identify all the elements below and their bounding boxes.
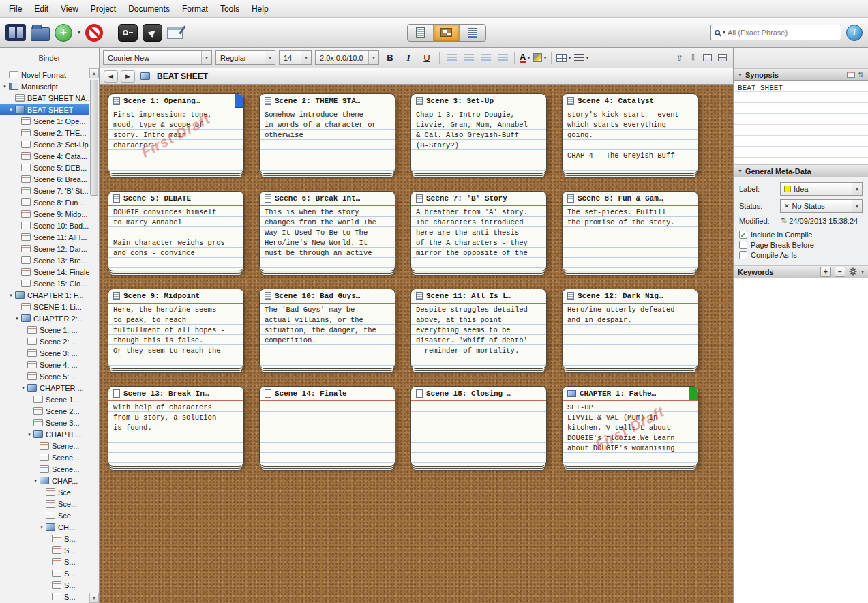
binder-item[interactable]: Scene 15: Clo...: [0, 278, 89, 289]
index-card[interactable]: Scene 5: DEBATEDOUGIE convinces himself …: [108, 191, 244, 271]
expand-arrow-icon[interactable]: ▾: [32, 478, 39, 484]
compose-mode-button[interactable]: [118, 24, 138, 42]
binder-item[interactable]: Scene 4: Cata...: [0, 150, 89, 162]
synopsis-section-header[interactable]: ▼ Synopsis ⇅: [734, 68, 868, 81]
binder-item[interactable]: Scene 2...: [0, 405, 89, 417]
add-item-button[interactable]: +: [55, 24, 72, 42]
line-spacing-select[interactable]: 2.0x 0.0/10.0▾: [315, 50, 379, 65]
name-generator-button[interactable]: [167, 27, 183, 39]
view-mode-corkboard-button[interactable]: [434, 25, 460, 41]
view-mode-outliner-button[interactable]: [460, 25, 485, 41]
collapse-arrow-icon[interactable]: ▼: [738, 72, 743, 77]
dropdown-arrow-icon[interactable]: ▾: [368, 51, 378, 64]
binder-item[interactable]: Scene 5: DEB...: [0, 162, 89, 173]
binder-item[interactable]: Sce...: [0, 498, 89, 510]
menu-item-view[interactable]: View: [55, 0, 85, 17]
expand-arrow-icon[interactable]: ▾: [1, 84, 8, 89]
dropdown-arrow-icon[interactable]: ▾: [586, 55, 588, 61]
index-card[interactable]: Scene 3: Set-UpChap 1-3. Intro Dougie, L…: [410, 93, 547, 174]
index-card[interactable]: Scene 6: Break Int…This is when the stor…: [259, 191, 395, 271]
underline-button[interactable]: U: [419, 51, 434, 65]
binder-item[interactable]: Scene 3: ...: [0, 347, 89, 359]
font-family-select[interactable]: Courier New▾: [103, 50, 212, 65]
menu-item-file[interactable]: File: [3, 0, 28, 17]
binder-item[interactable]: S...: [0, 568, 89, 579]
binder-item[interactable]: Scene...: [0, 452, 89, 463]
checkbox-row[interactable]: ✔Include in Compile: [739, 231, 863, 239]
binder-item[interactable]: ▾CHAPTER 1: F...: [0, 289, 89, 301]
list-button[interactable]: ▾: [574, 54, 588, 62]
font-size-select[interactable]: 14▾: [279, 50, 312, 65]
back-button[interactable]: ◀: [104, 70, 118, 83]
index-card[interactable]: CHAPTER 1: Fathe…SET-UP LIVVIE & VAL (Mu…: [562, 386, 698, 467]
forward-button[interactable]: ▶: [121, 70, 135, 83]
binder-item[interactable]: ▾CHAP...: [0, 475, 89, 486]
binder-item[interactable]: BEAT SHEET NA...: [0, 92, 89, 104]
binder-item[interactable]: ▾BEAT SHEET: [0, 104, 89, 115]
index-card[interactable]: Scene 11: All Is L…Despite struggles det…: [410, 289, 547, 369]
expand-arrow-icon[interactable]: ▾: [8, 293, 14, 298]
binder-item[interactable]: Scene 1: ...: [0, 324, 89, 336]
add-keyword-button[interactable]: +: [820, 267, 831, 277]
binder-item[interactable]: S...: [0, 556, 89, 568]
menu-item-documents[interactable]: Documents: [122, 0, 176, 17]
checkbox[interactable]: [739, 251, 747, 259]
dropdown-arrow-icon[interactable]: ▾: [527, 55, 530, 61]
index-card[interactable]: Scene 2: THEME STA…Somehow introduce the…: [259, 93, 395, 174]
index-card[interactable]: Scene 12: Dark Nig…Hero/ine utterly defe…: [562, 289, 698, 369]
binder-item[interactable]: S...: [0, 591, 89, 602]
dropdown-arrow-icon[interactable]: ▾: [265, 51, 275, 64]
highlight-button[interactable]: ▾: [533, 53, 546, 62]
split-pane-icon[interactable]: [718, 54, 727, 61]
nav-up-icon[interactable]: ⇧: [676, 53, 683, 63]
binder-item[interactable]: Scene 1: Ope...: [0, 115, 89, 127]
single-pane-icon[interactable]: [703, 54, 712, 61]
binder-item[interactable]: Scene 4: ...: [0, 359, 89, 370]
synopsis-text[interactable]: BEAT SHEET: [734, 81, 868, 164]
binder-item[interactable]: Scene 10: Bad...: [0, 220, 89, 231]
dropdown-arrow-icon[interactable]: ▾: [568, 55, 571, 61]
expand-arrow-icon[interactable]: ▾: [26, 432, 33, 437]
menu-item-format[interactable]: Format: [176, 0, 214, 17]
metadata-section-header[interactable]: ▼ General Meta-Data: [734, 164, 868, 177]
inspector-toggle-button[interactable]: i: [846, 25, 863, 41]
binder-item[interactable]: Scene 14: Finale: [0, 266, 89, 278]
date-toggle-icon[interactable]: ⇅: [781, 216, 787, 225]
collapse-arrow-icon[interactable]: ▼: [738, 168, 743, 173]
binder-item[interactable]: Scene 5: ...: [0, 370, 89, 382]
table-button[interactable]: ▾: [556, 54, 571, 62]
binder-item[interactable]: ▾Manuscript: [0, 80, 89, 92]
align-justify-button[interactable]: [496, 51, 509, 65]
italic-button[interactable]: I: [401, 51, 416, 65]
index-card[interactable]: Scene 1: Opening…First impression: tone,…: [108, 93, 244, 174]
binder-item[interactable]: Scene 11: All I...: [0, 231, 89, 243]
binder-item[interactable]: ▾CH...: [0, 521, 89, 533]
binder-item[interactable]: Scene 2: THE...: [0, 127, 89, 138]
binder-item[interactable]: Scene 12: Dar...: [0, 243, 89, 254]
index-card[interactable]: Scene 9: MidpointHere, the hero/ine seem…: [108, 289, 244, 369]
dropdown-arrow-icon[interactable]: ▾: [852, 183, 862, 195]
open-project-button[interactable]: [31, 25, 50, 41]
binder-item[interactable]: Sce...: [0, 510, 89, 521]
binder-item[interactable]: ▾CHAPTE...: [0, 428, 89, 440]
checkbox-row[interactable]: Page Break Before: [739, 241, 863, 249]
search-input[interactable]: [728, 29, 837, 37]
binder-item[interactable]: Scene 1...: [0, 394, 89, 405]
dropdown-arrow-icon[interactable]: ▾: [861, 269, 864, 275]
binder-item[interactable]: Scene 7: 'B' St...: [0, 185, 89, 196]
text-color-button[interactable]: A▾: [520, 53, 530, 63]
synopsis-autofill-icon[interactable]: ⇅: [858, 71, 864, 78]
trash-button[interactable]: [85, 24, 103, 42]
bold-button[interactable]: B: [383, 51, 398, 65]
align-right-button[interactable]: [479, 51, 492, 65]
index-card[interactable]: Scene 8: Fun & Gam…The set-pieces. Fulfi…: [562, 191, 698, 271]
binder-item[interactable]: Scene 3: Set-Up: [0, 138, 89, 150]
binder-item[interactable]: Scene...: [0, 440, 89, 452]
index-card[interactable]: Scene 14: Finale: [259, 386, 395, 467]
dropdown-arrow-icon[interactable]: ▾: [543, 55, 546, 61]
dropdown-arrow-icon[interactable]: ▾: [201, 51, 211, 64]
font-style-select[interactable]: Regular▾: [215, 50, 275, 65]
project-search-box[interactable]: ▾: [710, 25, 841, 40]
corkboard[interactable]: Scene 1: Opening…First impression: tone,…: [100, 85, 733, 603]
nav-down-icon[interactable]: ⇩: [689, 53, 697, 63]
